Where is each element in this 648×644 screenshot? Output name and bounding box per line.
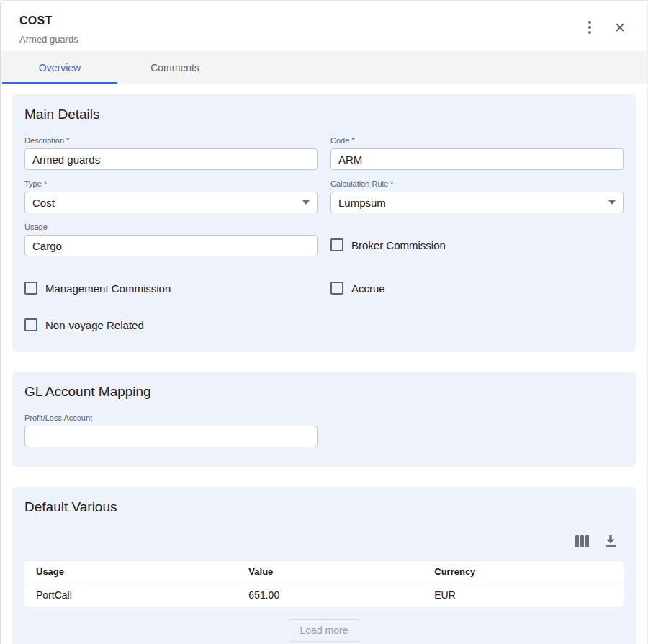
- calculation-rule-label: Calculation Rule *: [330, 179, 624, 188]
- table-header-row: Usage Value Currency: [24, 561, 624, 583]
- management-commission-option: Management Commission: [24, 282, 318, 295]
- description-input[interactable]: [24, 148, 318, 170]
- download-icon: [605, 535, 616, 547]
- type-select-value: Cost: [32, 197, 55, 209]
- tabbar: Overview Comments: [1, 51, 647, 84]
- cell-usage: PortCall: [24, 583, 237, 607]
- table-toolbar: [24, 535, 624, 547]
- calculation-rule-select[interactable]: Lumpsum: [330, 192, 624, 213]
- cell-value: 651.00: [237, 583, 423, 607]
- dialog-content: Main Details Description * Code * Type *…: [1, 84, 647, 644]
- default-various-panel: Default Various: [12, 487, 636, 644]
- tab-comments[interactable]: Comments: [117, 51, 233, 84]
- main-details-panel: Main Details Description * Code * Type *…: [12, 94, 636, 352]
- gl-account-mapping-title: GL Account Mapping: [24, 384, 624, 400]
- accrue-label: Accrue: [351, 282, 385, 295]
- close-icon: ✕: [614, 21, 626, 35]
- table-row[interactable]: PortCall 651.00 EUR: [24, 583, 624, 607]
- dialog-title: COST: [19, 14, 78, 27]
- load-more-wrap: Load more: [24, 619, 624, 644]
- cost-dialog: COST Armed guards ✕ Overview Comments Ma…: [0, 0, 648, 644]
- close-button[interactable]: ✕: [611, 19, 629, 36]
- chevron-down-icon: [302, 200, 310, 205]
- usage-input[interactable]: [24, 235, 318, 256]
- more-options-button[interactable]: [581, 19, 598, 36]
- non-voyage-related-option: Non-voyage Related: [24, 318, 318, 331]
- management-commission-label: Management Commission: [45, 282, 171, 295]
- code-input[interactable]: [330, 148, 624, 170]
- code-label: Code *: [330, 136, 624, 145]
- broker-commission-option: Broker Commission: [330, 238, 624, 251]
- header-actions: ✕: [581, 14, 629, 36]
- main-details-title: Main Details: [24, 107, 624, 122]
- type-label: Type *: [24, 179, 318, 188]
- non-voyage-related-label: Non-voyage Related: [45, 319, 144, 331]
- usage-label: Usage: [24, 223, 318, 231]
- accrue-checkbox[interactable]: [330, 282, 343, 295]
- broker-commission-label: Broker Commission: [351, 239, 446, 251]
- calculation-rule-select-value: Lumpsum: [338, 197, 386, 209]
- broker-commission-checkbox[interactable]: [330, 238, 343, 251]
- management-commission-checkbox[interactable]: [24, 282, 37, 295]
- type-select[interactable]: Cost: [24, 192, 318, 213]
- chevron-down-icon: [608, 200, 616, 205]
- cell-currency: EUR: [423, 583, 624, 607]
- dialog-header: COST Armed guards ✕: [1, 1, 647, 51]
- default-various-table: Usage Value Currency PortCall 651.00 EUR: [24, 561, 624, 607]
- column-header-value: Value: [237, 561, 423, 583]
- default-various-title: Default Various: [24, 499, 624, 515]
- profit-loss-account-label: Profit/Loss Account: [24, 413, 318, 422]
- accrue-option: Accrue: [330, 282, 624, 295]
- kebab-menu-icon: [588, 21, 591, 34]
- gl-account-mapping-panel: GL Account Mapping Profit/Loss Account: [12, 372, 636, 467]
- description-label: Description *: [24, 136, 318, 145]
- tab-overview[interactable]: Overview: [2, 51, 117, 84]
- column-header-usage: Usage: [24, 561, 237, 583]
- download-button[interactable]: [604, 535, 617, 547]
- dialog-titles: COST Armed guards: [19, 14, 78, 45]
- profit-loss-account-input[interactable]: [24, 426, 318, 447]
- columns-icon: [575, 535, 589, 547]
- dialog-subtitle: Armed guards: [19, 34, 78, 45]
- load-more-button[interactable]: Load more: [289, 619, 360, 642]
- non-voyage-related-checkbox[interactable]: [24, 318, 37, 331]
- column-header-currency: Currency: [423, 561, 624, 583]
- column-settings-button[interactable]: [575, 535, 588, 547]
